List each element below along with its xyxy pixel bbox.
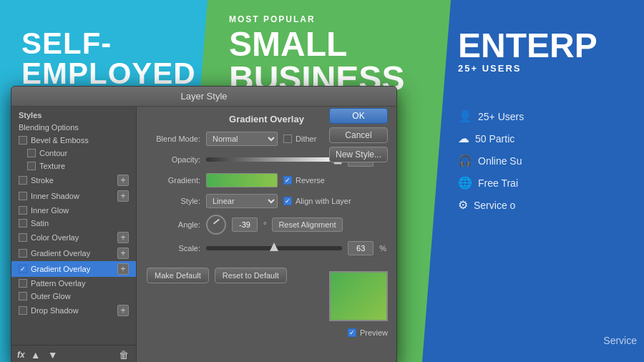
angle-label: Angle: [147, 220, 200, 229]
angle-unit: ° [263, 220, 266, 229]
scale-input[interactable] [348, 241, 374, 255]
style-label: Inner Glow [31, 206, 129, 215]
angle-dial[interactable] [206, 215, 226, 235]
style-inner-shadow[interactable]: Inner Shadow + [11, 188, 136, 204]
style-stroke[interactable]: Stroke + [11, 172, 136, 188]
blending-options-label: Blending Options [19, 123, 129, 132]
style-add-btn[interactable]: + [117, 248, 129, 259]
style-label: Contour [39, 149, 129, 157]
styles-header: Styles [11, 107, 136, 121]
style-bevel-emboss[interactable]: Bevel & Emboss [11, 134, 136, 147]
style-checkbox-checked[interactable]: ✓ [19, 265, 27, 273]
card-enterprise-title: ENTERP [458, 29, 597, 63]
style-contour[interactable]: Contour [11, 147, 136, 160]
style-add-btn[interactable]: + [117, 175, 129, 186]
style-row: Style: Linear Radial Angle ✓ Align with … [147, 194, 386, 208]
dither-row: Dither [283, 134, 316, 143]
style-checkbox[interactable] [19, 219, 27, 228]
reverse-checkbox[interactable]: ✓ [283, 176, 292, 185]
style-color-overlay[interactable]: Color Overlay + [11, 230, 136, 245]
style-satin[interactable]: Satin [11, 217, 136, 230]
ent-feature-3: 🎧 Online Su [458, 154, 524, 167]
style-checkbox[interactable] [19, 279, 27, 288]
action-buttons: OK Cancel New Style... [329, 108, 388, 162]
bottom-service-right: Service [603, 335, 637, 346]
card-enterprise-features: 👤 25+ Users ☁ 50 Partic 🎧 Online Su 🌐 Fr… [458, 109, 524, 220]
scale-row: Scale: % [147, 241, 386, 255]
style-checkbox[interactable] [19, 176, 27, 185]
style-label-active: Gradient Overlay [31, 265, 114, 273]
new-style-button[interactable]: New Style... [329, 147, 388, 162]
style-label: Bevel & Emboss [31, 136, 129, 145]
style-gradient-overlay-active[interactable]: ✓ Gradient Overlay + [11, 261, 136, 277]
style-checkbox[interactable] [19, 192, 27, 200]
fx-toolbar: fx ▲ ▼ 🗑 [11, 345, 136, 362]
style-checkbox[interactable] [19, 249, 27, 258]
style-texture[interactable]: Texture [11, 160, 136, 172]
scale-thumb[interactable] [270, 243, 278, 251]
style-add-btn[interactable]: + [117, 263, 129, 275]
dither-label: Dither [296, 134, 316, 143]
preview-label: Preview [360, 328, 388, 337]
reset-default-btn[interactable]: Reset to Default [215, 268, 287, 283]
style-checkbox[interactable] [19, 292, 27, 300]
style-label: Texture [39, 162, 129, 170]
style-label: Inner Shadow [31, 192, 114, 200]
style-inner-glow[interactable]: Inner Glow [11, 204, 136, 217]
align-label: Align with Layer [296, 197, 351, 205]
ent-feature-1: 👤 25+ Users [458, 109, 524, 123]
style-label: Color Overlay [31, 233, 114, 242]
dial-indicator [213, 219, 220, 225]
blend-mode-select[interactable]: Normal Multiply Screen [206, 132, 278, 146]
style-pattern-overlay[interactable]: Pattern Overlay [11, 277, 136, 290]
align-row: ✓ Align with Layer [283, 197, 351, 205]
ok-button[interactable]: OK [329, 108, 388, 124]
reset-alignment-btn[interactable]: Reset Alignment [272, 217, 342, 232]
gradient-picker[interactable] [206, 173, 278, 187]
cancel-button[interactable]: Cancel [329, 127, 388, 143]
dialog-titlebar: Layer Style [11, 87, 396, 107]
style-gradient-overlay-1[interactable]: Gradient Overlay + [11, 245, 136, 261]
style-checkbox[interactable] [19, 206, 27, 215]
make-default-btn[interactable]: Make Default [147, 268, 209, 283]
fx-up-btn[interactable]: ▲ [29, 348, 42, 361]
style-select[interactable]: Linear Radial Angle [206, 194, 278, 208]
scale-unit: % [379, 244, 386, 253]
style-checkbox[interactable] [19, 136, 27, 145]
card-enterprise-subtitle: 25+ USERS [458, 63, 521, 74]
style-checkbox[interactable] [27, 149, 36, 157]
reverse-row: ✓ Reverse [283, 176, 325, 185]
fx-delete-btn[interactable]: 🗑 [117, 348, 130, 361]
scale-slider[interactable] [206, 246, 342, 250]
fx-down-btn[interactable]: ▼ [47, 348, 59, 361]
angle-row: Angle: ° Reset Alignment [147, 215, 386, 235]
preview-checkbox[interactable]: ✓ [348, 328, 356, 337]
gradient-preview [329, 271, 388, 321]
card-popular-label: MOST POPULAR [229, 14, 316, 24]
style-label: Stroke [31, 176, 114, 185]
ent-feature-5: ⚙ Service o [458, 198, 524, 212]
style-checkbox[interactable] [27, 162, 36, 170]
dither-checkbox[interactable] [283, 134, 292, 143]
style-drop-shadow[interactable]: Drop Shadow + [11, 303, 136, 318]
style-add-btn[interactable]: + [117, 232, 129, 243]
style-checkbox[interactable] [19, 306, 27, 315]
style-select-label: Style: [147, 197, 200, 205]
opacity-slider[interactable] [206, 157, 342, 162]
scale-label: Scale: [147, 244, 200, 253]
blending-options-item[interactable]: Blending Options [11, 121, 136, 134]
style-add-btn[interactable]: + [117, 190, 129, 202]
dialog-body: Styles Blending Options Bevel & Emboss C… [11, 107, 396, 362]
fx-label: fx [17, 350, 25, 360]
styles-panel: Styles Blending Options Bevel & Emboss C… [11, 107, 137, 362]
blend-mode-label: Blend Mode: [147, 134, 200, 143]
style-label: Gradient Overlay [31, 249, 114, 258]
dialog-title: Layer Style [180, 91, 227, 102]
style-outer-glow[interactable]: Outer Glow [11, 290, 136, 303]
style-add-btn[interactable]: + [117, 305, 129, 316]
align-checkbox[interactable]: ✓ [283, 197, 292, 205]
style-checkbox[interactable] [19, 233, 27, 242]
angle-input[interactable] [232, 217, 258, 232]
style-label: Drop Shadow [31, 306, 114, 315]
style-label: Satin [31, 219, 129, 228]
